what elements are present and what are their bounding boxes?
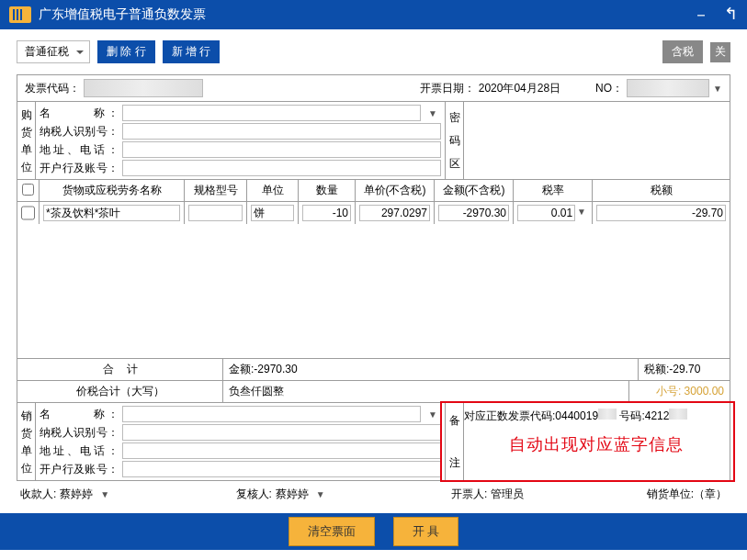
item-amt-input[interactable] <box>438 205 509 221</box>
add-row-button[interactable]: 新 增 行 <box>163 40 221 63</box>
tax-mode-select[interactable]: 普通征税 <box>17 40 90 63</box>
totals-tax: 税额:-29.70 <box>638 359 730 380</box>
password-box <box>464 102 730 179</box>
invoice-code-label: 发票代码： <box>25 81 80 96</box>
chevron-down-icon[interactable]: ▼ <box>312 489 329 499</box>
remark-code-text: 对应正数发票代码:0440019 <box>464 409 598 422</box>
delete-row-button[interactable]: 删 除 行 <box>97 40 155 63</box>
back-icon[interactable]: ↰ <box>724 4 738 26</box>
col-name-header: 货物或应税劳务名称 <box>40 180 185 201</box>
item-name-input[interactable] <box>43 205 180 221</box>
seller-name-input[interactable]: 东莞 <box>122 406 421 422</box>
item-row: ▼ <box>17 202 730 224</box>
window-title: 广东增值税电子普通负数发票 <box>39 6 693 23</box>
select-all-checkbox[interactable] <box>22 184 34 196</box>
invoice-date-label: 开票日期： <box>420 81 475 96</box>
chevron-down-icon[interactable]: ▼ <box>424 108 441 118</box>
buyer-panel: 购 货 单 位 名 称：深▼ 纳税人识别号：914 地址、电话：深圳 开户行及账… <box>17 102 730 180</box>
seller-taxid-label: 纳税人识别号： <box>40 425 119 441</box>
main-content: 普通征税 删 除 行 新 增 行 含税 关 发票代码： 开票日期： 2020年0… <box>0 29 747 513</box>
buyer-addr-input[interactable]: 深圳 <box>122 141 441 158</box>
invoice-date-value: 2020年04月28日 <box>479 81 560 96</box>
with-tax-button[interactable]: 含税 <box>662 40 703 63</box>
col-spec-header: 规格型号 <box>185 180 247 201</box>
seller-addr-label: 地址、电话： <box>40 443 119 459</box>
close-panel-button[interactable]: 关 <box>710 42 730 62</box>
item-unit-input[interactable] <box>251 205 294 221</box>
item-price-input[interactable] <box>359 205 430 221</box>
invoice-info-bar: 发票代码： 开票日期： 2020年04月28日 NO： ▼ <box>17 74 730 102</box>
title-bar: 广东增值税电子普通负数发票 － ↰ <box>0 0 747 29</box>
footer-bar: 清空票面 开 具 <box>0 513 747 550</box>
buyer-taxid-label: 纳税人识别号： <box>40 124 119 140</box>
chevron-down-icon[interactable]: ▼ <box>713 84 722 94</box>
chevron-down-icon[interactable]: ▼ <box>424 409 441 420</box>
item-rate-input[interactable] <box>517 205 575 221</box>
toolbar: 普通征税 删 除 行 新 增 行 含税 关 <box>17 40 730 63</box>
app-logo-icon <box>9 6 31 23</box>
col-unit-header: 单位 <box>247 180 299 201</box>
seller-taxid-input[interactable]: 914 <box>122 424 441 441</box>
chevron-down-icon[interactable]: ▼ <box>575 205 588 221</box>
stamp-label: 销货单位:（章） <box>647 487 727 502</box>
buyer-name-label: 名 称： <box>40 106 119 121</box>
password-vertical-label: 密 码 区 <box>446 102 464 179</box>
seller-vertical-label: 销 货 单 位 <box>17 403 36 480</box>
col-qty-header: 数量 <box>299 180 356 201</box>
col-price-header: 单价(不含税) <box>356 180 435 201</box>
col-rate-header: 税率 <box>514 180 593 201</box>
payee-value: 蔡婷婷 <box>60 487 93 502</box>
reviewer-label: 复核人: <box>236 487 272 502</box>
invoice-no-label: NO： <box>595 81 623 96</box>
chinese-amount-value: 负叁仟圆整 <box>223 381 628 402</box>
seller-name-label: 名 称： <box>40 407 119 422</box>
col-amt-header: 金额(不含税) <box>435 180 514 201</box>
row-checkbox[interactable] <box>21 205 35 221</box>
seller-bank-input[interactable]: 中 <box>122 461 441 477</box>
chevron-down-icon[interactable]: ▼ <box>96 489 113 499</box>
payee-label: 收款人: <box>20 487 56 502</box>
invoice-code-input[interactable] <box>84 79 203 97</box>
seller-panel: 销 货 单 位 名 称：东莞▼ 纳税人识别号：914 地址、电话：11 开户行及… <box>17 403 730 481</box>
drawer-label: 开票人: <box>451 487 487 502</box>
invoice-no-input[interactable] <box>627 79 709 97</box>
buyer-taxid-input[interactable]: 914 <box>122 123 441 140</box>
buyer-addr-label: 地址、电话： <box>40 142 119 158</box>
totals-row: 合计 金额:-2970.30 税额:-29.70 <box>17 358 730 381</box>
item-spec-input[interactable] <box>188 205 243 221</box>
minimize-icon[interactable]: － <box>693 4 709 26</box>
buyer-bank-label: 开户行及账号： <box>40 161 119 176</box>
clear-button[interactable]: 清空票面 <box>289 517 375 546</box>
buyer-name-input[interactable]: 深 <box>122 105 421 121</box>
small-total-value: 小号: 3000.00 <box>628 381 730 402</box>
seller-bank-label: 开户行及账号： <box>40 462 119 477</box>
drawer-value: 管理员 <box>491 487 524 502</box>
buyer-vertical-label: 购 货 单 位 <box>17 102 36 179</box>
reviewer-value: 蔡婷婷 <box>276 487 309 502</box>
col-tax-header: 税额 <box>593 180 730 201</box>
items-table: 货物或应税劳务名称 规格型号 单位 数量 单价(不含税) 金额(不含税) 税率 … <box>17 180 730 358</box>
item-qty-input[interactable] <box>302 205 351 221</box>
remark-highlight-box: 对应正数发票代码:0440019 号码:4212 自动出现对应蓝字信息 <box>440 401 735 482</box>
issue-button[interactable]: 开 具 <box>393 517 459 546</box>
buyer-bank-input[interactable]: 110 <box>122 160 441 176</box>
item-tax-input[interactable] <box>596 205 726 221</box>
remark-auto-text: 自动出现对应蓝字信息 <box>462 426 730 455</box>
seller-addr-input[interactable]: 11 <box>122 442 441 459</box>
remark-no-text: 号码:4212 <box>619 409 669 422</box>
signature-row: 收款人:蔡婷婷▼ 复核人:蔡婷婷▼ 开票人:管理员 销货单位:（章） <box>17 481 730 508</box>
totals-label: 合计 <box>17 359 223 380</box>
chinese-amount-label: 价税合计（大写） <box>17 381 223 402</box>
totals-amount: 金额:-2970.30 <box>223 359 638 380</box>
amount-chinese-row: 价税合计（大写） 负叁仟圆整 小号: 3000.00 <box>17 381 730 403</box>
items-header-row: 货物或应税劳务名称 规格型号 单位 数量 单价(不含税) 金额(不含税) 税率 … <box>17 180 730 202</box>
